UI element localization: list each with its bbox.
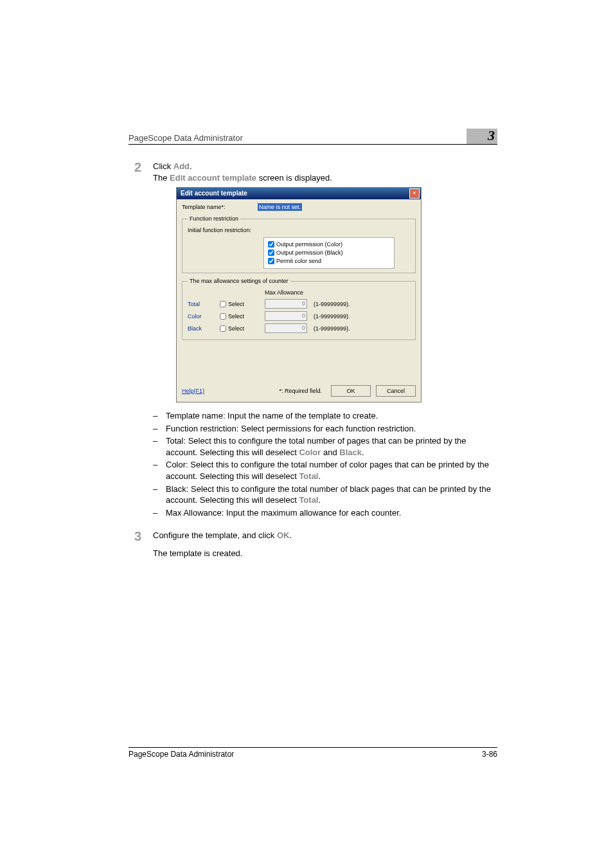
- text: The template is created.: [153, 548, 497, 559]
- template-name-value[interactable]: Name is not set.: [258, 203, 302, 211]
- checkbox[interactable]: [220, 325, 226, 332]
- max-allowance-legend: The max allowance settings of counter: [188, 277, 290, 285]
- page-footer: PageScope Data Administrator 3-86: [129, 747, 497, 759]
- step-2: 2 Click Add. The Edit account template s…: [129, 161, 497, 520]
- list-item: –Template name: Input the name of the te…: [153, 410, 497, 422]
- function-restriction-legend: Function restriction: [188, 215, 240, 222]
- footer-title: PageScope Data Administrator: [129, 750, 234, 759]
- label: Select: [228, 312, 244, 320]
- step-2-content: Click Add. The Edit account template scr…: [153, 161, 497, 520]
- perm-color-send[interactable]: Permit color send: [268, 257, 390, 265]
- step-number: 2: [129, 161, 141, 520]
- counter-row-total: Total Select 0 (1-99999999).: [188, 299, 410, 309]
- cancel-button[interactable]: Cancel: [376, 385, 416, 397]
- dialog-titlebar: Edit account template ×: [177, 188, 421, 199]
- runhead-title: PageScope Data Administrator: [129, 133, 243, 143]
- text: .: [190, 161, 192, 171]
- chapter-tab: 3: [466, 129, 497, 144]
- chapter-number: 3: [488, 127, 495, 144]
- dash-icon: –: [153, 507, 159, 519]
- counter-label: Color: [188, 312, 213, 320]
- list-item: –Max Allowance: Input the maximum allowa…: [153, 507, 497, 519]
- dash-icon: –: [153, 423, 159, 435]
- max-allowance-input[interactable]: 0: [265, 323, 307, 333]
- label: Select: [228, 300, 244, 308]
- text: Click: [153, 161, 173, 171]
- checkbox[interactable]: [220, 301, 226, 307]
- function-restriction-group: Function restriction Initial function re…: [182, 215, 416, 273]
- dash-icon: –: [153, 484, 159, 506]
- template-name-label: Template name*:: [182, 203, 253, 211]
- checkbox[interactable]: [268, 258, 274, 264]
- label: Permit color send: [276, 258, 321, 264]
- checkbox[interactable]: [268, 249, 274, 256]
- initial-function-restriction-label: Initial function restriction:: [188, 226, 258, 234]
- field-description-list: –Template name: Input the name of the te…: [153, 410, 497, 518]
- permission-list: Output permission (Color) Output permiss…: [263, 237, 395, 269]
- close-button[interactable]: ×: [409, 188, 420, 199]
- text: Color: Select this to configure the tota…: [166, 459, 497, 482]
- step-number: 3: [129, 530, 141, 559]
- ok-button[interactable]: OK: [331, 385, 371, 397]
- text-bold: Add: [173, 161, 190, 171]
- running-header: PageScope Data Administrator 3: [129, 127, 497, 145]
- checkbox[interactable]: [268, 241, 274, 248]
- max-allowance-input[interactable]: 0: [265, 311, 307, 321]
- dash-icon: –: [153, 435, 159, 458]
- max-allowance-input[interactable]: 0: [265, 299, 307, 309]
- list-item: –Black: Select this to configure the tot…: [153, 484, 497, 506]
- text-bold: Edit account template: [170, 173, 256, 183]
- range-text: (1-99999999).: [314, 312, 350, 320]
- dialog-title: Edit account template: [181, 189, 247, 198]
- select-checkbox[interactable]: Select: [220, 300, 258, 308]
- max-allowance-header: Max Allowance: [265, 289, 410, 296]
- list-item: –Function restriction: Select permission…: [153, 423, 497, 435]
- dash-icon: –: [153, 410, 159, 422]
- text: The: [153, 173, 170, 183]
- counter-row-black: Black Select 0 (1-99999999).: [188, 323, 410, 333]
- select-checkbox[interactable]: Select: [220, 325, 258, 332]
- checkbox[interactable]: [220, 313, 226, 320]
- step-3: 3 Configure the template, and click OK. …: [129, 530, 497, 559]
- label: Output permission (Black): [276, 249, 343, 256]
- label: Output permission (Color): [276, 241, 342, 248]
- perm-output-black[interactable]: Output permission (Black): [268, 249, 390, 257]
- text: Function restriction: Select permissions…: [166, 423, 416, 435]
- list-item: –Color: Select this to configure the tot…: [153, 459, 497, 482]
- counter-label: Black: [188, 325, 213, 332]
- help-link[interactable]: Help(F1): [182, 387, 274, 395]
- text: Template name: Input the name of the tem…: [166, 410, 378, 422]
- range-text: (1-99999999).: [314, 300, 350, 308]
- text: screen is displayed.: [256, 173, 332, 183]
- max-allowance-group: The max allowance settings of counter Ma…: [182, 277, 416, 340]
- counter-row-color: Color Select 0 (1-99999999).: [188, 311, 410, 321]
- perm-output-color[interactable]: Output permission (Color): [268, 240, 390, 248]
- text: Black: Select this to configure the tota…: [166, 484, 497, 506]
- dash-icon: –: [153, 459, 159, 482]
- text: .: [289, 530, 292, 540]
- dialog-edit-account-template: Edit account template × Template name*: …: [176, 187, 422, 402]
- select-checkbox[interactable]: Select: [220, 312, 258, 320]
- page-number: 3-86: [482, 750, 497, 759]
- step-3-content: Configure the template, and click OK. Th…: [153, 530, 497, 559]
- text: Max Allowance: Input the maximum allowan…: [166, 507, 401, 519]
- counter-label: Total: [188, 300, 213, 308]
- text: Total: Select this to configure the tota…: [166, 435, 497, 458]
- label: Select: [228, 325, 244, 332]
- text: Configure the template, and click: [153, 530, 277, 540]
- range-text: (1-99999999).: [314, 325, 350, 332]
- list-item: –Total: Select this to configure the tot…: [153, 435, 497, 458]
- required-field-note: *: Required field.: [279, 387, 322, 395]
- text-bold: OK: [277, 530, 290, 540]
